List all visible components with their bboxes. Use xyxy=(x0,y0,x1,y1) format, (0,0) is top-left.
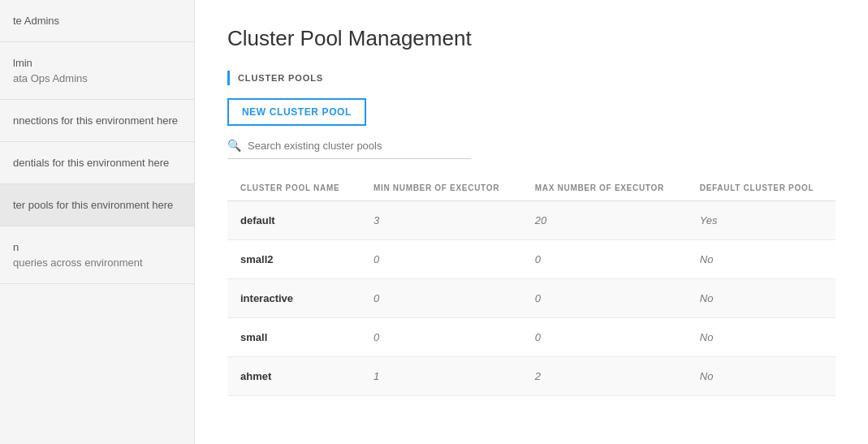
cluster-pool-table: CLUSTER POOL NAME MIN NUMBER OF EXECUTOR… xyxy=(227,175,836,396)
section-header-bar xyxy=(227,71,230,85)
search-input[interactable] xyxy=(248,140,471,152)
section-header: CLUSTER POOLS xyxy=(227,71,836,85)
cell-max: 0 xyxy=(522,279,687,318)
sidebar-item-queries[interactable]: n queries across environment xyxy=(0,226,194,284)
cell-min: 0 xyxy=(361,318,522,357)
sidebar-item-connections[interactable]: nnections for this environment here xyxy=(0,100,194,142)
table-header-row: CLUSTER POOL NAME MIN NUMBER OF EXECUTOR… xyxy=(227,175,836,201)
new-cluster-pool-button[interactable]: NEW CLUSTER POOL xyxy=(227,98,366,126)
sidebar: te Admins lmin ata Ops Admins nnections … xyxy=(0,0,195,444)
sidebar-item-admin[interactable]: lmin ata Ops Admins xyxy=(0,42,194,100)
cell-name: ahmet xyxy=(227,357,361,396)
search-container: 🔍 xyxy=(227,139,471,159)
cell-default: No xyxy=(687,240,836,279)
table-row[interactable]: small200No xyxy=(227,240,836,279)
sidebar-item-label: dentials for this environment here xyxy=(13,157,181,169)
section-title: CLUSTER POOLS xyxy=(238,73,323,83)
col-header-min: MIN NUMBER OF EXECUTOR xyxy=(361,175,522,201)
cell-min: 0 xyxy=(361,279,522,318)
cell-default: Yes xyxy=(687,201,836,240)
cell-max: 0 xyxy=(522,318,687,357)
col-header-default: DEFAULT CLUSTER POOL xyxy=(687,175,836,201)
col-header-name: CLUSTER POOL NAME xyxy=(227,175,361,201)
sidebar-item-label: lmin xyxy=(13,57,181,69)
table-row[interactable]: small00No xyxy=(227,318,836,357)
sidebar-item-credentials[interactable]: dentials for this environment here xyxy=(0,142,194,184)
sidebar-item-admins[interactable]: te Admins xyxy=(0,0,194,42)
cell-min: 3 xyxy=(361,201,522,240)
col-header-max: MAX NUMBER OF EXECUTOR xyxy=(522,175,687,201)
sidebar-item-sublabel: queries across environment xyxy=(13,256,181,269)
table-row[interactable]: interactive00No xyxy=(227,279,836,318)
sidebar-item-label: nnections for this environment here xyxy=(13,114,181,127)
cell-default: No xyxy=(687,318,836,357)
sidebar-item-label: ter pools for this environment here xyxy=(13,199,181,211)
cell-max: 2 xyxy=(522,357,687,396)
cell-max: 0 xyxy=(522,240,687,279)
cell-max: 20 xyxy=(522,201,687,240)
search-icon: 🔍 xyxy=(227,139,241,152)
cell-default: No xyxy=(687,357,836,396)
main-content: Cluster Pool Management CLUSTER POOLS NE… xyxy=(195,0,868,444)
page-title: Cluster Pool Management xyxy=(227,26,836,51)
sidebar-item-label: n xyxy=(13,241,181,253)
cell-name: default xyxy=(227,201,361,240)
sidebar-item-cluster-pools[interactable]: ter pools for this environment here xyxy=(0,184,194,226)
cell-name: small xyxy=(227,318,361,357)
cell-default: No xyxy=(687,279,836,318)
table-row[interactable]: ahmet12No xyxy=(227,357,836,396)
cell-name: small2 xyxy=(227,240,361,279)
sidebar-item-sublabel: ata Ops Admins xyxy=(13,72,181,84)
table-row[interactable]: default320Yes xyxy=(227,201,836,240)
cell-name: interactive xyxy=(227,279,361,318)
cell-min: 0 xyxy=(361,240,522,279)
cell-min: 1 xyxy=(361,357,522,396)
sidebar-item-label: te Admins xyxy=(13,15,181,27)
